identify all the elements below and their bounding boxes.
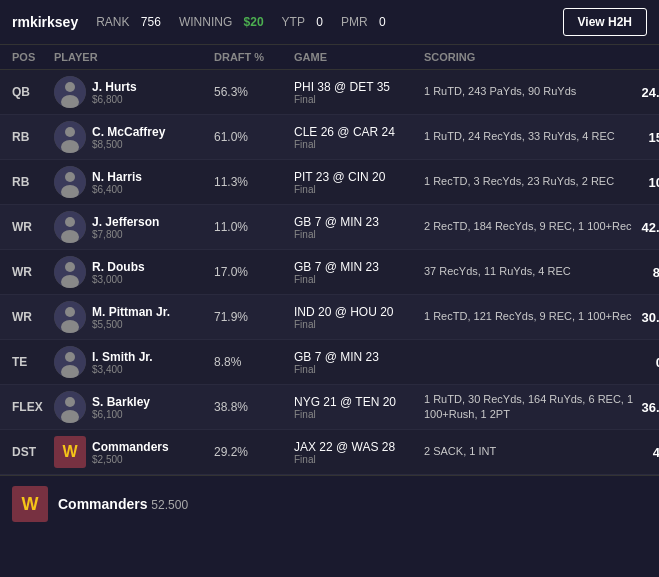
table-header: POS PLAYER DRAFT % GAME SCORING FPTS: [0, 45, 659, 70]
draft-pct: 61.0%: [214, 130, 294, 144]
logo-text: W: [22, 494, 39, 515]
avatar: [54, 346, 86, 378]
table-row: TE I. Smith Jr.$3,4008.8%GB 7 @ MIN 23Fi…: [0, 340, 659, 385]
scoring-cell: 2 RecTD, 184 RecYds, 9 REC, 1 100+Rec: [424, 219, 634, 234]
avatar: [54, 76, 86, 108]
svg-point-13: [65, 262, 75, 272]
player-salary: $5,500: [92, 319, 170, 330]
footer: W Commanders 52.500: [0, 475, 659, 532]
player-salary: $8,500: [92, 139, 165, 150]
header: rmkirksey RANK 756 WINNING $20 YTP 0 PMR…: [0, 0, 659, 45]
player-cell: R. Doubs$3,000: [54, 256, 214, 288]
col-draft: DRAFT %: [214, 51, 294, 63]
fpts-value: 36.40: [641, 400, 659, 415]
player-info: C. McCaffrey$8,500: [92, 125, 165, 150]
matchup: CLE 26 @ CAR 24: [294, 125, 424, 139]
player-cell: N. Harris$6,400: [54, 166, 214, 198]
table-row: WR J. Jefferson$7,80011.0%GB 7 @ MIN 23F…: [0, 205, 659, 250]
player-info: J. Jefferson$7,800: [92, 215, 159, 240]
col-game: GAME: [294, 51, 424, 63]
position-cell: RB: [12, 130, 54, 144]
player-info: J. Hurts$6,800: [92, 80, 137, 105]
matchup: IND 20 @ HOU 20: [294, 305, 424, 319]
table-row: FLEX S. Barkley$6,10038.8%NYG 21 @ TEN 2…: [0, 385, 659, 430]
matchup: JAX 22 @ WAS 28: [294, 440, 424, 454]
winning-label: WINNING: [179, 15, 232, 29]
game-cell: PHI 38 @ DET 35Final: [294, 80, 424, 105]
game-status: Final: [294, 94, 424, 105]
player-name: N. Harris: [92, 170, 142, 184]
draft-pct: 56.3%: [214, 85, 294, 99]
fpts-cell: 15.70❄: [634, 128, 659, 147]
position-cell: FLEX: [12, 400, 54, 414]
fpts-cell: 0.00❄: [634, 353, 659, 372]
scoring-cell: 1 RuTD, 30 RecYds, 164 RuYds, 6 REC, 1 1…: [424, 392, 634, 423]
table-row: WR M. Pittman Jr.$5,50071.9%IND 20 @ HOU…: [0, 295, 659, 340]
team-logo: W: [12, 486, 48, 522]
game-cell: NYG 21 @ TEN 20Final: [294, 395, 424, 420]
avatar: [54, 301, 86, 333]
winning-stat: WINNING $20: [179, 15, 264, 29]
pmr-label: PMR: [341, 15, 368, 29]
svg-point-4: [65, 127, 75, 137]
fpts-value: 10.60: [648, 175, 659, 190]
table-row: WR R. Doubs$3,00017.0%GB 7 @ MIN 23Final…: [0, 250, 659, 295]
draft-pct: 38.8%: [214, 400, 294, 414]
footer-team-name: Commanders 52.500: [58, 496, 188, 512]
game-cell: GB 7 @ MIN 23Final: [294, 350, 424, 375]
game-cell: GB 7 @ MIN 23Final: [294, 215, 424, 240]
player-salary: $7,800: [92, 229, 159, 240]
avatar: [54, 211, 86, 243]
col-pos: POS: [12, 51, 54, 63]
svg-point-7: [65, 172, 75, 182]
player-name: I. Smith Jr.: [92, 350, 153, 364]
fpts-cell: 36.40🔥: [634, 398, 659, 417]
matchup: GB 7 @ MIN 23: [294, 215, 424, 229]
pmr-value: 0: [379, 15, 386, 29]
player-salary: $6,400: [92, 184, 142, 195]
svg-point-1: [65, 82, 75, 92]
ytp-value: 0: [316, 15, 323, 29]
player-info: M. Pittman Jr.$5,500: [92, 305, 170, 330]
draft-pct: 11.3%: [214, 175, 294, 189]
player-info: I. Smith Jr.$3,400: [92, 350, 153, 375]
fpts-value: 8.80: [653, 265, 659, 280]
position-cell: WR: [12, 220, 54, 234]
game-status: Final: [294, 184, 424, 195]
table-row: QB J. Hurts$6,80056.3%PHI 38 @ DET 35Fin…: [0, 70, 659, 115]
rank-value: 756: [141, 15, 161, 29]
fpts-cell: 10.60❄: [634, 173, 659, 192]
player-name: Commanders: [92, 440, 169, 454]
scoring-cell: 1 RecTD, 3 RecYds, 23 RuYds, 2 REC: [424, 174, 634, 189]
player-info: S. Barkley$6,100: [92, 395, 150, 420]
scoring-cell: 1 RecTD, 121 RecYds, 9 REC, 1 100+Rec: [424, 309, 634, 324]
position-cell: TE: [12, 355, 54, 369]
fpts-value: 30.10: [641, 310, 659, 325]
winning-value: $20: [244, 15, 264, 29]
matchup: GB 7 @ MIN 23: [294, 260, 424, 274]
game-status: Final: [294, 319, 424, 330]
player-salary: $6,800: [92, 94, 137, 105]
avatar: [54, 256, 86, 288]
position-cell: RB: [12, 175, 54, 189]
game-status: Final: [294, 409, 424, 420]
fpts-cell: 8.80: [634, 265, 659, 280]
game-status: Final: [294, 454, 424, 465]
matchup: PHI 38 @ DET 35: [294, 80, 424, 94]
game-cell: IND 20 @ HOU 20Final: [294, 305, 424, 330]
matchup: PIT 23 @ CIN 20: [294, 170, 424, 184]
view-h2h-button[interactable]: View H2H: [563, 8, 647, 36]
player-cell: S. Barkley$6,100: [54, 391, 214, 423]
game-status: Final: [294, 139, 424, 150]
svg-point-19: [65, 352, 75, 362]
game-status: Final: [294, 364, 424, 375]
avatar: [54, 391, 86, 423]
ytp-stat: YTP 0: [282, 15, 323, 29]
game-status: Final: [294, 274, 424, 285]
draft-pct: 8.8%: [214, 355, 294, 369]
svg-point-16: [65, 307, 75, 317]
player-name: J. Jefferson: [92, 215, 159, 229]
table-row: RB C. McCaffrey$8,50061.0%CLE 26 @ CAR 2…: [0, 115, 659, 160]
rank-label: RANK: [96, 15, 129, 29]
player-cell: J. Jefferson$7,800: [54, 211, 214, 243]
